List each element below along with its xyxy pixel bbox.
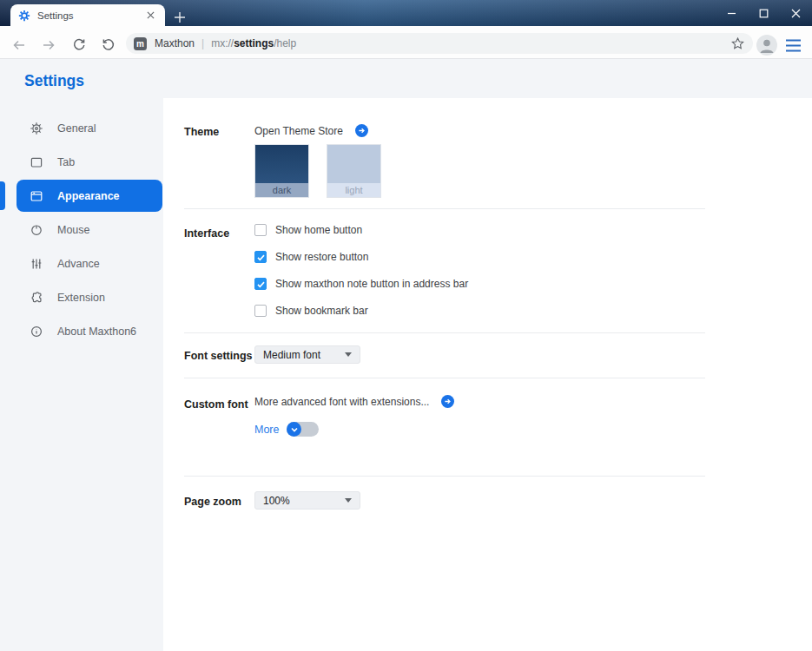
sidebar-item-general[interactable]: General bbox=[0, 111, 163, 145]
forward-button[interactable] bbox=[41, 37, 56, 53]
chevron-down-circle-icon bbox=[287, 422, 301, 437]
maximize-button[interactable] bbox=[748, 0, 780, 26]
more-link[interactable]: More bbox=[254, 424, 279, 436]
page-title: Settings bbox=[24, 72, 84, 90]
custom-font-row: More advanced font with extensions... bbox=[254, 395, 454, 408]
section-divider bbox=[184, 378, 705, 378]
settings-gear-favicon bbox=[18, 10, 30, 22]
font-settings-row: Medium font bbox=[254, 345, 360, 364]
sidebar-item-appearance[interactable]: Appearance bbox=[17, 180, 162, 212]
checkbox-show-maxthon-note-button[interactable] bbox=[254, 278, 267, 290]
open-theme-store-link[interactable]: Open Theme Store bbox=[254, 125, 343, 137]
page-zoom-row: 100% bbox=[254, 491, 360, 510]
page-zoom-section-label: Page zoom bbox=[184, 496, 241, 508]
checkbox-label: Show bookmark bar bbox=[275, 305, 368, 317]
address-bar[interactable]: m Maxthon | mx://settings/help bbox=[126, 33, 753, 54]
sidebar-item-tab[interactable]: Tab bbox=[0, 145, 163, 179]
font-settings-section-label: Font settings bbox=[184, 350, 252, 362]
appearance-window-icon bbox=[30, 189, 43, 203]
info-icon bbox=[30, 325, 43, 339]
checkbox-show-bookmark-bar[interactable] bbox=[254, 305, 267, 317]
sidebar-item-label: Tab bbox=[57, 156, 75, 168]
font-size-dropdown[interactable]: Medium font bbox=[254, 345, 360, 364]
sidebar-item-label: Extension bbox=[57, 292, 105, 304]
tab-icon bbox=[30, 155, 43, 169]
settings-sidebar: General Tab Appearance bbox=[0, 111, 163, 348]
sidebar-item-label: Appearance bbox=[57, 190, 120, 202]
window-controls bbox=[716, 0, 812, 26]
browser-window: Settings bbox=[0, 0, 812, 651]
section-divider bbox=[184, 332, 705, 333]
titlebar: Settings bbox=[0, 0, 812, 26]
menu-icon[interactable] bbox=[785, 39, 802, 52]
sidebar-item-label: Advance bbox=[57, 258, 100, 270]
theme-dark-preview bbox=[255, 145, 308, 183]
url-separator: | bbox=[201, 37, 204, 49]
custom-font-description: More advanced font with extensions... bbox=[254, 396, 429, 408]
interface-checkbox-row: Show restore button bbox=[254, 251, 368, 263]
checkbox-show-restore-button[interactable] bbox=[254, 251, 267, 263]
checkbox-label: Show home button bbox=[275, 224, 362, 236]
mouse-icon bbox=[30, 223, 43, 237]
custom-font-arrow-button[interactable] bbox=[441, 395, 454, 408]
theme-light-label: light bbox=[327, 183, 380, 197]
section-divider bbox=[184, 476, 705, 477]
more-expander-toggle[interactable] bbox=[287, 422, 319, 437]
page-zoom-dropdown[interactable]: 100% bbox=[254, 491, 360, 510]
browser-tab-settings[interactable]: Settings bbox=[10, 4, 165, 26]
tab-title: Settings bbox=[37, 10, 143, 21]
theme-section-label: Theme bbox=[184, 126, 219, 138]
sidebar-item-label: About Maxthon6 bbox=[57, 326, 136, 338]
open-theme-store-arrow-button[interactable] bbox=[355, 124, 368, 137]
interface-checkbox-row: Show maxthon note button in address bar bbox=[254, 278, 468, 290]
back-button[interactable] bbox=[11, 37, 27, 53]
tab-close-icon[interactable] bbox=[143, 9, 157, 23]
sidebar-item-mouse[interactable]: Mouse bbox=[0, 213, 163, 247]
theme-swatches: dark light bbox=[254, 144, 381, 198]
checkbox-label: Show maxthon note button in address bar bbox=[275, 278, 468, 290]
sidebar-item-label: General bbox=[57, 122, 96, 135]
reload-button[interactable] bbox=[71, 37, 87, 53]
profile-avatar[interactable] bbox=[756, 35, 777, 56]
custom-font-section-label: Custom font bbox=[184, 398, 248, 411]
url-text: mx://settings/help bbox=[211, 37, 296, 49]
section-divider bbox=[184, 208, 705, 209]
new-tab-button[interactable] bbox=[172, 10, 187, 24]
checkbox-label: Show restore button bbox=[275, 251, 368, 263]
theme-light-preview bbox=[327, 145, 380, 183]
chevron-down-icon bbox=[345, 352, 352, 357]
close-window-button[interactable] bbox=[780, 0, 812, 26]
interface-checkbox-row: Show bookmark bar bbox=[254, 305, 368, 317]
font-size-value: Medium font bbox=[263, 349, 320, 361]
theme-store-row: Open Theme Store bbox=[254, 124, 368, 137]
appearance-settings-panel: Theme Open Theme Store dark light bbox=[163, 98, 812, 651]
undo-button[interactable] bbox=[101, 37, 116, 53]
sidebar-item-about[interactable]: About Maxthon6 bbox=[0, 314, 163, 348]
chevron-down-icon bbox=[345, 498, 352, 503]
sidebar-item-advance[interactable]: Advance bbox=[0, 247, 163, 280]
sidebar-item-extension[interactable]: Extension bbox=[0, 280, 163, 314]
maxthon-logo-icon: m bbox=[134, 37, 147, 50]
minimize-button[interactable] bbox=[716, 0, 748, 26]
theme-option-dark[interactable]: dark bbox=[254, 144, 309, 198]
settings-page: Settings General Tab bbox=[0, 59, 812, 651]
interface-section-label: Interface bbox=[184, 227, 229, 240]
interface-checkbox-row: Show home button bbox=[254, 224, 362, 236]
custom-font-more-row: More bbox=[254, 422, 319, 437]
url-brand: Maxthon bbox=[155, 37, 195, 49]
bookmark-star-icon[interactable] bbox=[730, 36, 745, 51]
sliders-icon bbox=[30, 257, 43, 271]
checkbox-show-home-button[interactable] bbox=[254, 224, 267, 236]
theme-option-light[interactable]: light bbox=[327, 144, 381, 198]
puzzle-icon bbox=[30, 291, 43, 305]
theme-dark-label: dark bbox=[255, 183, 308, 197]
sidebar-item-label: Mouse bbox=[57, 224, 90, 236]
page-zoom-value: 100% bbox=[263, 495, 290, 507]
gear-icon bbox=[30, 122, 43, 135]
